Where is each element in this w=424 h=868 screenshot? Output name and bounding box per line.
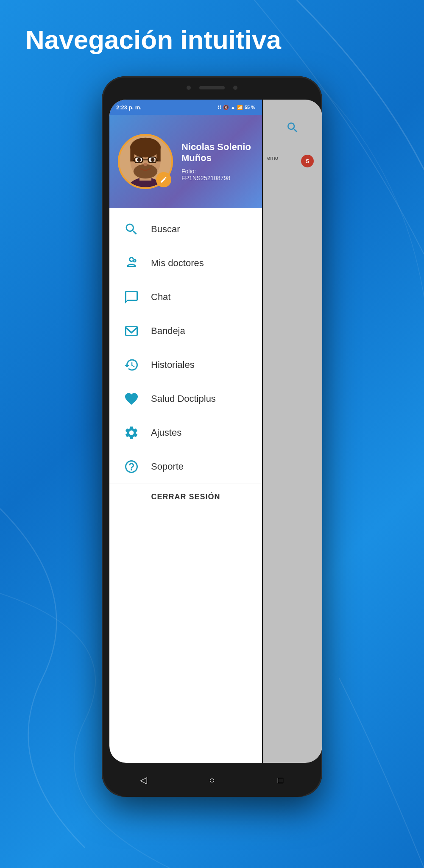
- menu-item-buscar[interactable]: Buscar: [109, 212, 262, 246]
- home-button[interactable]: ○: [204, 772, 220, 789]
- doctor-icon: +: [122, 254, 141, 273]
- menu-item-historiales[interactable]: Historiales: [109, 348, 262, 382]
- svg-text:+: +: [134, 259, 136, 263]
- phone-device: 2:23 p. m. ⌇⌇ 🔇 ▲ 📶 55 %: [102, 76, 322, 797]
- drawer-menu: Buscar + Mis doctores: [109, 208, 262, 514]
- status-bar: 2:23 p. m. ⌇⌇ 🔇 ▲ 📶 55 %: [109, 100, 262, 115]
- phone-nav-bar: ◁ ○ □: [109, 764, 315, 797]
- svg-point-4: [130, 138, 160, 158]
- heart-icon: [122, 389, 141, 408]
- screen-peek: erno 5: [263, 100, 322, 763]
- sensor-dot: [233, 86, 237, 90]
- user-info: Nicolas Solenio Muños Folio: FP1NS252108…: [181, 142, 254, 182]
- edit-badge[interactable]: [156, 172, 171, 187]
- svg-point-17: [143, 163, 147, 166]
- mute-icon: 🔇: [223, 105, 229, 110]
- menu-item-chat[interactable]: Chat: [109, 280, 262, 314]
- menu-label-chat: Chat: [151, 292, 170, 303]
- inbox-icon: [122, 322, 141, 340]
- menu-item-ajustes[interactable]: Ajustes: [109, 416, 262, 450]
- svg-rect-5: [130, 145, 134, 161]
- menu-label-ajustes: Ajustes: [151, 427, 181, 438]
- wifi-icon: ▲: [231, 105, 235, 110]
- menu-item-soporte[interactable]: Soporte: [109, 450, 262, 484]
- logout-button[interactable]: CERRAR SESIÓN: [109, 484, 262, 510]
- menu-item-mis-doctores[interactable]: + Mis doctores: [109, 246, 262, 280]
- history-icon: [122, 356, 141, 374]
- menu-label-historiales: Historiales: [151, 359, 195, 370]
- recent-button[interactable]: □: [272, 772, 289, 789]
- menu-item-salud-doctiplus[interactable]: Salud Doctiplus: [109, 382, 262, 416]
- status-time: 2:23 p. m.: [116, 104, 142, 111]
- notification-badge: 5: [301, 155, 314, 167]
- menu-label-mis-doctores: Mis doctores: [151, 258, 204, 269]
- peek-label: erno: [267, 155, 278, 161]
- search-icon: [122, 220, 141, 239]
- menu-item-bandeja[interactable]: Bandeja: [109, 314, 262, 348]
- settings-icon: [122, 423, 141, 442]
- menu-label-bandeja: Bandeja: [151, 326, 185, 337]
- phone-notch: [187, 86, 237, 90]
- svg-point-10: [137, 158, 141, 162]
- chat-plus-icon: [122, 288, 141, 306]
- signal-icon: 📶: [237, 105, 243, 110]
- help-icon: [122, 457, 141, 476]
- avatar-container: [118, 134, 173, 189]
- screen-drawer: 2:23 p. m. ⌇⌇ 🔇 ▲ 📶 55 %: [109, 100, 262, 763]
- menu-label-salud-doctiplus: Salud Doctiplus: [151, 393, 216, 404]
- drawer-header: Nicolas Solenio Muños Folio: FP1NS252108…: [109, 115, 262, 208]
- svg-point-7: [134, 164, 157, 179]
- phone-shell: 2:23 p. m. ⌇⌇ 🔇 ▲ 📶 55 %: [102, 76, 322, 797]
- user-folio-label: Folio:: [181, 168, 254, 175]
- menu-label-soporte: Soporte: [151, 461, 184, 472]
- camera-dot: [187, 86, 191, 90]
- speaker-bar: [199, 86, 225, 89]
- svg-rect-6: [156, 145, 160, 161]
- page-title: Navegación intuitiva: [25, 25, 399, 54]
- user-folio-value: FP1NS252108798: [181, 175, 254, 181]
- voicemail-icon: ⌇⌇: [217, 105, 221, 110]
- svg-point-11: [151, 158, 154, 162]
- peek-search-icon: [286, 121, 299, 137]
- menu-label-buscar: Buscar: [151, 224, 180, 235]
- back-button[interactable]: ◁: [135, 772, 152, 789]
- status-icons: ⌇⌇ 🔇 ▲ 📶 55 %: [217, 105, 255, 110]
- battery-icon: 55 %: [245, 105, 255, 110]
- user-name: Nicolas Solenio Muños: [181, 142, 254, 164]
